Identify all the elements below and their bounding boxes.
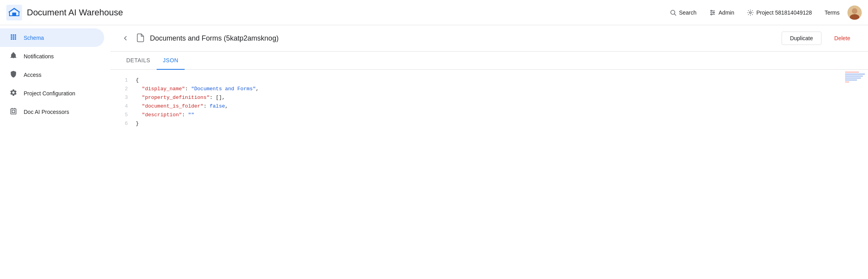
avatar-image (847, 6, 862, 20)
svg-point-7 (711, 10, 712, 11)
tab-json[interactable]: JSON (157, 52, 185, 70)
line-number-6: 6 (120, 119, 136, 128)
svg-rect-14 (845, 72, 859, 73)
line-number-5: 5 (120, 111, 136, 119)
document-icon (136, 33, 145, 44)
admin-label: Admin (718, 9, 734, 16)
svg-point-2 (671, 10, 675, 15)
gear-icon (9, 89, 17, 98)
sidebar-item-access-label: Access (24, 72, 41, 78)
settings-icon (747, 9, 754, 16)
app-body: Schema Notifications Access (0, 25, 868, 279)
schema-detail-header: Documents and Forms (5katp2amsknog) Dupl… (110, 25, 868, 52)
line-number-1: 1 (120, 76, 136, 85)
project-button[interactable]: Project 581814049128 (742, 6, 817, 19)
header-logo: Document AI Warehouse (6, 5, 123, 20)
chip-icon (9, 107, 17, 116)
admin-icon (709, 9, 716, 16)
back-button[interactable] (120, 33, 131, 44)
delete-button[interactable]: Delete (826, 32, 859, 45)
admin-button[interactable]: Admin (704, 6, 739, 19)
tabs-bar: DETAILS JSON (110, 52, 868, 70)
sidebar-item-schema-label: Schema (24, 35, 44, 41)
main-content: Documents and Forms (5katp2amsknog) Dupl… (110, 25, 868, 279)
svg-rect-19 (845, 82, 849, 82)
json-line-4: 4 "document_is_folder": false, (120, 102, 859, 111)
line-code-4: "document_is_folder": false, (136, 102, 228, 111)
line-code-3: "property_definitions": [], (136, 93, 225, 102)
svg-point-10 (750, 11, 752, 13)
svg-rect-17 (845, 78, 861, 78)
terms-button[interactable]: Terms (820, 6, 844, 19)
json-line-5: 5 "description": "" (120, 111, 859, 119)
search-label: Search (679, 9, 696, 16)
svg-rect-16 (845, 76, 863, 76)
line-code-2: "display_name": "Documents and Forms", (136, 85, 259, 93)
sidebar-item-project-config-label: Project Configuration (24, 90, 75, 97)
line-code-1: { (136, 76, 139, 85)
shield-icon (9, 70, 17, 79)
header-actions: Search Admin Project 581814049128 Terms (665, 6, 862, 20)
search-icon (670, 9, 677, 16)
line-number-2: 2 (120, 85, 136, 93)
json-line-3: 3 "property_definitions": [], (120, 93, 859, 102)
sidebar-item-project-config[interactable]: Project Configuration (0, 84, 104, 102)
bell-icon (9, 52, 17, 61)
sidebar-item-notifications-label: Notifications (24, 53, 54, 60)
svg-point-12 (852, 8, 857, 14)
svg-point-9 (711, 14, 712, 15)
json-line-6: 6 } (120, 119, 859, 128)
warehouse-logo-icon (6, 5, 22, 20)
app-title: Document AI Warehouse (27, 7, 123, 18)
tab-details[interactable]: DETAILS (120, 52, 157, 70)
svg-rect-15 (845, 74, 865, 74)
json-line-2: 2 "display_name": "Documents and Forms", (120, 85, 859, 93)
sidebar-item-notifications[interactable]: Notifications (0, 47, 104, 65)
duplicate-button[interactable]: Duplicate (782, 32, 821, 45)
user-avatar[interactable] (847, 6, 862, 20)
search-button[interactable]: Search (665, 6, 701, 19)
line-code-5: "description": "" (136, 111, 194, 119)
sidebar: Schema Notifications Access (0, 25, 110, 279)
svg-line-3 (674, 14, 676, 15)
sidebar-item-doc-ai-processors[interactable]: Doc AI Processors (0, 102, 104, 121)
svg-rect-18 (845, 80, 857, 80)
json-line-1: 1 { (120, 76, 859, 85)
line-number-3: 3 (120, 93, 136, 102)
grid-icon (9, 33, 17, 42)
json-editor: 1 { 2 "display_name": "Documents and For… (110, 70, 868, 135)
app-header: Document AI Warehouse Search Admin (0, 0, 868, 25)
back-arrow-icon (122, 34, 129, 42)
line-number-4: 4 (120, 102, 136, 111)
line-code-6: } (136, 119, 139, 128)
sidebar-item-schema[interactable]: Schema (0, 28, 104, 47)
editor-minimap (844, 70, 868, 93)
schema-title: Documents and Forms (5katp2amsknog) (150, 34, 777, 43)
sidebar-item-doc-ai-processors-label: Doc AI Processors (24, 109, 69, 115)
sidebar-item-access[interactable]: Access (0, 65, 104, 84)
svg-point-8 (713, 12, 715, 13)
project-label: Project 581814049128 (756, 9, 812, 16)
svg-rect-1 (12, 13, 16, 16)
